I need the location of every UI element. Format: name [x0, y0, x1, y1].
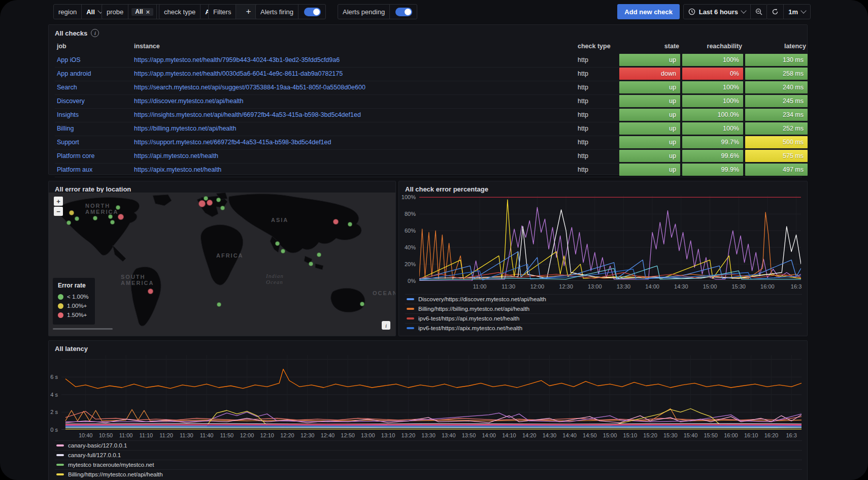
state-cell: up [619, 109, 680, 121]
series-yellow [419, 200, 801, 279]
map-marker-ok[interactable] [75, 216, 79, 221]
job-link[interactable]: Billing [57, 122, 132, 135]
chart-legend-item[interactable]: canary-full/127.0.0.1 [55, 450, 802, 460]
y-axis-tick: 0 s [50, 427, 61, 433]
y-axis-tick: 40% [405, 244, 419, 250]
map-marker-ok[interactable] [348, 222, 352, 227]
map-marker-warn[interactable] [69, 210, 74, 215]
chart-legend-item[interactable]: ipv6-test/https://apix.mytestco.net/heal… [405, 323, 802, 333]
table-row: Supporthttps://support.mytestco.net/6697… [55, 136, 802, 150]
job-link[interactable]: Platform aux [57, 163, 132, 176]
map-marker-ok[interactable] [317, 252, 321, 257]
panel-title-error-map: All error rate by location [55, 185, 131, 193]
chart-legend-item[interactable]: Discovery/https://discover.mytestco.net/… [405, 294, 802, 304]
job-link[interactable]: Support [57, 136, 132, 149]
reachability-cell: 99.7% [682, 136, 743, 148]
map-zoom-out-button[interactable]: − [54, 207, 63, 216]
job-link[interactable]: Insights [57, 108, 132, 121]
refresh-button[interactable] [767, 5, 783, 19]
filters-control[interactable]: Filters + [208, 4, 261, 19]
map-marker-crit[interactable] [207, 200, 213, 206]
x-axis-tick: 11:00 [473, 283, 487, 290]
chart-legend-item[interactable]: Billing/https://billing.mytestco.net/api… [405, 304, 802, 313]
world-map[interactable]: NORTH AMERICASOUTH AMERICAAFRICAASIAIndi… [49, 193, 395, 336]
instance-link[interactable]: https://apix.mytestco.net/health [134, 163, 571, 176]
probe-filter-tag[interactable]: All× [131, 8, 153, 16]
zoom-out-time-button[interactable] [750, 5, 767, 19]
alerts-firing-label: Alerts firing [256, 5, 298, 19]
map-marker-ok[interactable] [281, 249, 285, 253]
job-link[interactable]: Platform core [57, 149, 132, 163]
instance-link[interactable]: https://search.mytestco.net/api/suggest/… [134, 81, 571, 94]
map-zoom-in-button[interactable]: + [54, 197, 63, 206]
instance-link[interactable]: https://insights.mytestco.net/api/health… [134, 108, 571, 121]
remove-tag-icon[interactable]: × [146, 8, 150, 16]
map-marker-ok[interactable] [108, 214, 113, 219]
series-blue [65, 426, 802, 427]
info-icon[interactable]: i [91, 29, 99, 37]
filters-label: Filters [209, 5, 236, 19]
chart-legend-item[interactable]: ipv6-test/https://api.mytestco.net/healt… [405, 313, 802, 323]
map-legend-item: 1.00%+ [58, 301, 89, 310]
map-marker-ok[interactable] [66, 220, 71, 225]
x-axis-tick: 11:30 [180, 432, 193, 438]
alerts-firing-toggle[interactable] [304, 8, 321, 16]
chart-legend-item[interactable]: Billing/https://mytestco.net/api/health [55, 469, 802, 479]
map-marker-crit[interactable] [118, 214, 124, 220]
map-marker-ok[interactable] [275, 241, 280, 246]
legend-dash-icon [56, 454, 64, 456]
time-range-button[interactable]: Last 6 hours [684, 5, 750, 19]
instance-link[interactable]: https://support.mytestco.net/66972fb4-4a… [134, 136, 571, 149]
instance-link[interactable]: https://app.mytestco.net/health/7959b443… [134, 53, 571, 67]
alerts-pending-label: Alerts pending [338, 5, 389, 19]
chart-legend-item[interactable]: canary-basic/127.0.0.1 [55, 440, 802, 450]
alerts-pending-control: Alerts pending [338, 4, 417, 19]
latency-cell: 497 ms [745, 164, 808, 176]
latency-cell: 240 ms [745, 81, 808, 93]
check-type-cell: http [578, 136, 621, 149]
table-row: Discoveryhttps://discover.mytestco.net/a… [55, 94, 802, 109]
map-legend-scrollbar[interactable] [53, 328, 113, 330]
y-axis-tick: 100% [402, 194, 419, 200]
instance-link[interactable]: https://billing.mytestco.net/api/health [134, 122, 571, 135]
instance-link[interactable]: https://api.mytestco.net/health [134, 149, 571, 163]
y-axis-tick: 2 s [50, 409, 61, 415]
legend-label: ipv6-test/https://apix.mytestco.net/heal… [418, 325, 522, 331]
map-marker-crit[interactable] [198, 200, 206, 207]
instance-link[interactable]: https://discover.mytestco.net/api/health [134, 94, 571, 108]
alerts-pending-toggle[interactable] [395, 8, 412, 16]
chart-legend-item[interactable]: mytestco traceroute/mytestco.net [55, 460, 802, 469]
map-marker-ok[interactable] [116, 205, 120, 210]
check-type-cell: http [578, 81, 621, 94]
x-axis-tick: 15:30 [731, 283, 746, 290]
map-marker-ok[interactable] [93, 216, 97, 220]
reachability-cell: 100% [682, 122, 743, 135]
job-link[interactable]: App android [57, 67, 132, 80]
instance-link[interactable]: https://app.mytestco.net/health/0030d5a6… [134, 67, 571, 80]
map-attribution-button[interactable]: i [382, 321, 390, 330]
x-axis-tick: 12:10 [260, 432, 274, 438]
map-marker-ok[interactable] [220, 206, 225, 210]
state-cell: up [619, 164, 680, 176]
map-marker-ok[interactable] [360, 302, 364, 306]
job-link[interactable]: App iOS [57, 53, 132, 67]
map-marker-crit[interactable] [148, 289, 153, 294]
all-checks-panel: All checksi job instance check type stat… [48, 24, 808, 175]
zoom-out-icon [755, 8, 762, 15]
x-axis-tick: 11:50 [220, 432, 233, 438]
check-type-cell: http [578, 163, 621, 176]
x-axis-tick: 13:50 [462, 432, 476, 438]
job-link[interactable]: Search [57, 81, 132, 94]
map-marker-ok[interactable] [204, 196, 208, 201]
map-region-label: AFRICA [216, 252, 244, 259]
map-marker-ok[interactable] [216, 198, 221, 202]
job-link[interactable]: Discovery [57, 94, 132, 108]
add-new-check-button[interactable]: Add new check [617, 4, 680, 19]
refresh-interval-dropdown[interactable]: 1m [783, 5, 810, 19]
map-marker-ok[interactable] [309, 262, 313, 266]
map-marker-crit[interactable] [333, 219, 339, 225]
region-filter[interactable]: region All [53, 4, 108, 19]
map-marker-ok[interactable] [110, 220, 115, 225]
map-marker-ok[interactable] [217, 302, 221, 307]
x-axis-tick: 12:20 [280, 432, 294, 438]
